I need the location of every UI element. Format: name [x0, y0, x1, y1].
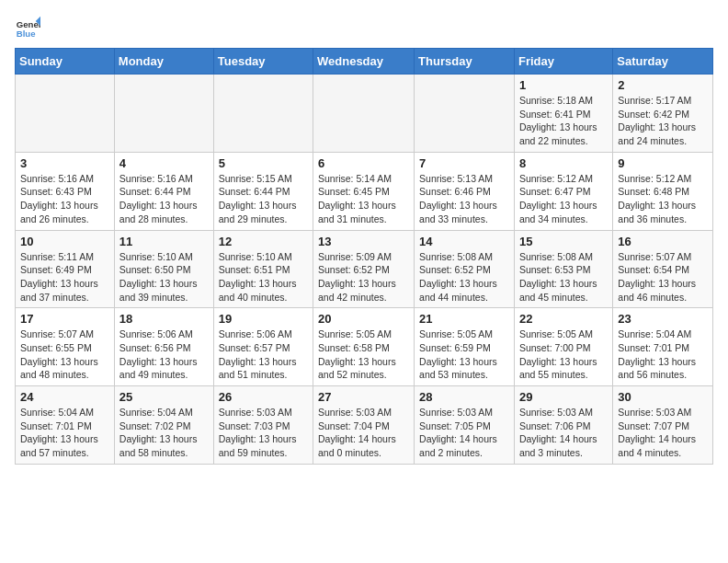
page-header: General Blue	[15, 15, 713, 40]
day-number: 12	[219, 235, 308, 248]
calendar-cell	[213, 75, 313, 153]
calendar-cell: 10Sunrise: 5:11 AM Sunset: 6:49 PM Dayli…	[16, 230, 115, 308]
calendar-cell: 14Sunrise: 5:08 AM Sunset: 6:52 PM Dayli…	[415, 230, 515, 308]
day-info: Sunrise: 5:03 AM Sunset: 7:07 PM Dayligh…	[618, 406, 708, 460]
calendar-cell: 25Sunrise: 5:04 AM Sunset: 7:02 PM Dayli…	[114, 386, 213, 465]
day-info: Sunrise: 5:18 AM Sunset: 6:41 PM Dayligh…	[519, 94, 608, 148]
calendar-cell: 18Sunrise: 5:06 AM Sunset: 6:56 PM Dayli…	[114, 308, 213, 386]
calendar-cell: 5Sunrise: 5:15 AM Sunset: 6:44 PM Daylig…	[213, 152, 313, 230]
calendar-header-row: SundayMondayTuesdayWednesdayThursdayFrid…	[16, 49, 713, 75]
day-number: 30	[618, 390, 708, 404]
calendar-cell: 15Sunrise: 5:08 AM Sunset: 6:53 PM Dayli…	[514, 230, 612, 308]
day-number: 19	[219, 312, 308, 326]
calendar-cell: 3Sunrise: 5:16 AM Sunset: 6:43 PM Daylig…	[16, 152, 115, 230]
day-number: 13	[318, 235, 409, 248]
day-number: 11	[119, 235, 209, 248]
day-info: Sunrise: 5:16 AM Sunset: 6:44 PM Dayligh…	[119, 172, 209, 226]
day-info: Sunrise: 5:12 AM Sunset: 6:47 PM Dayligh…	[519, 172, 608, 226]
calendar-cell: 29Sunrise: 5:03 AM Sunset: 7:06 PM Dayli…	[514, 386, 612, 465]
day-number: 27	[318, 390, 409, 404]
day-info: Sunrise: 5:14 AM Sunset: 6:45 PM Dayligh…	[318, 172, 409, 226]
day-info: Sunrise: 5:11 AM Sunset: 6:49 PM Dayligh…	[20, 250, 109, 304]
day-number: 17	[20, 312, 109, 326]
logo-icon: General Blue	[15, 15, 40, 40]
day-number: 5	[219, 156, 308, 170]
header-monday: Monday	[114, 49, 213, 75]
day-number: 16	[618, 235, 708, 248]
header-tuesday: Tuesday	[213, 49, 313, 75]
calendar-cell: 8Sunrise: 5:12 AM Sunset: 6:47 PM Daylig…	[514, 152, 612, 230]
calendar-cell: 1Sunrise: 5:18 AM Sunset: 6:41 PM Daylig…	[514, 75, 612, 153]
day-number: 18	[119, 312, 209, 326]
calendar-cell: 16Sunrise: 5:07 AM Sunset: 6:54 PM Dayli…	[613, 230, 713, 308]
header-sunday: Sunday	[16, 49, 115, 75]
day-number: 26	[219, 390, 308, 404]
calendar-cell: 12Sunrise: 5:10 AM Sunset: 6:51 PM Dayli…	[213, 230, 313, 308]
calendar-cell	[415, 75, 515, 153]
day-number: 14	[419, 235, 509, 248]
calendar-week-row: 17Sunrise: 5:07 AM Sunset: 6:55 PM Dayli…	[16, 308, 713, 386]
header-friday: Friday	[514, 49, 612, 75]
calendar-cell: 13Sunrise: 5:09 AM Sunset: 6:52 PM Dayli…	[313, 230, 415, 308]
day-number: 2	[618, 78, 708, 92]
calendar-cell: 22Sunrise: 5:05 AM Sunset: 7:00 PM Dayli…	[514, 308, 612, 386]
day-number: 21	[419, 312, 509, 326]
day-info: Sunrise: 5:03 AM Sunset: 7:06 PM Dayligh…	[519, 406, 608, 460]
calendar-week-row: 24Sunrise: 5:04 AM Sunset: 7:01 PM Dayli…	[16, 386, 713, 465]
day-info: Sunrise: 5:08 AM Sunset: 6:53 PM Dayligh…	[519, 250, 608, 304]
day-info: Sunrise: 5:06 AM Sunset: 6:57 PM Dayligh…	[219, 327, 308, 382]
day-number: 6	[318, 156, 409, 170]
calendar-table: SundayMondayTuesdayWednesdayThursdayFrid…	[15, 48, 713, 465]
day-info: Sunrise: 5:06 AM Sunset: 6:56 PM Dayligh…	[119, 327, 209, 382]
header-thursday: Thursday	[415, 49, 515, 75]
day-number: 28	[419, 390, 509, 404]
calendar-cell: 19Sunrise: 5:06 AM Sunset: 6:57 PM Dayli…	[213, 308, 313, 386]
day-number: 7	[419, 156, 509, 170]
day-number: 24	[20, 390, 109, 404]
calendar-cell: 24Sunrise: 5:04 AM Sunset: 7:01 PM Dayli…	[16, 386, 115, 465]
day-number: 15	[519, 235, 608, 248]
day-info: Sunrise: 5:05 AM Sunset: 6:59 PM Dayligh…	[419, 327, 509, 382]
calendar-cell: 26Sunrise: 5:03 AM Sunset: 7:03 PM Dayli…	[213, 386, 313, 465]
day-info: Sunrise: 5:12 AM Sunset: 6:48 PM Dayligh…	[618, 172, 708, 226]
calendar-week-row: 3Sunrise: 5:16 AM Sunset: 6:43 PM Daylig…	[16, 152, 713, 230]
header-wednesday: Wednesday	[313, 49, 415, 75]
calendar-cell: 4Sunrise: 5:16 AM Sunset: 6:44 PM Daylig…	[114, 152, 213, 230]
day-info: Sunrise: 5:13 AM Sunset: 6:46 PM Dayligh…	[419, 172, 509, 226]
day-info: Sunrise: 5:04 AM Sunset: 7:01 PM Dayligh…	[618, 327, 708, 382]
day-info: Sunrise: 5:08 AM Sunset: 6:52 PM Dayligh…	[419, 250, 509, 304]
calendar-cell: 9Sunrise: 5:12 AM Sunset: 6:48 PM Daylig…	[613, 152, 713, 230]
calendar-cell: 28Sunrise: 5:03 AM Sunset: 7:05 PM Dayli…	[415, 386, 515, 465]
day-number: 8	[519, 156, 608, 170]
day-info: Sunrise: 5:04 AM Sunset: 7:02 PM Dayligh…	[119, 406, 209, 460]
day-number: 1	[519, 78, 608, 92]
day-info: Sunrise: 5:05 AM Sunset: 7:00 PM Dayligh…	[519, 327, 608, 382]
day-number: 23	[618, 312, 708, 326]
day-info: Sunrise: 5:03 AM Sunset: 7:03 PM Dayligh…	[219, 406, 308, 460]
calendar-cell	[313, 75, 415, 153]
calendar-cell: 23Sunrise: 5:04 AM Sunset: 7:01 PM Dayli…	[613, 308, 713, 386]
day-info: Sunrise: 5:15 AM Sunset: 6:44 PM Dayligh…	[219, 172, 308, 226]
day-number: 22	[519, 312, 608, 326]
day-number: 25	[119, 390, 209, 404]
day-number: 9	[618, 156, 708, 170]
day-number: 10	[20, 235, 109, 248]
calendar-cell: 30Sunrise: 5:03 AM Sunset: 7:07 PM Dayli…	[613, 386, 713, 465]
day-info: Sunrise: 5:05 AM Sunset: 6:58 PM Dayligh…	[318, 327, 409, 382]
calendar-week-row: 10Sunrise: 5:11 AM Sunset: 6:49 PM Dayli…	[16, 230, 713, 308]
day-info: Sunrise: 5:10 AM Sunset: 6:51 PM Dayligh…	[219, 250, 308, 304]
day-info: Sunrise: 5:07 AM Sunset: 6:55 PM Dayligh…	[20, 327, 109, 382]
calendar-cell: 2Sunrise: 5:17 AM Sunset: 6:42 PM Daylig…	[613, 75, 713, 153]
day-info: Sunrise: 5:09 AM Sunset: 6:52 PM Dayligh…	[318, 250, 409, 304]
calendar-cell: 27Sunrise: 5:03 AM Sunset: 7:04 PM Dayli…	[313, 386, 415, 465]
day-info: Sunrise: 5:10 AM Sunset: 6:50 PM Dayligh…	[119, 250, 209, 304]
day-number: 20	[318, 312, 409, 326]
calendar-cell: 11Sunrise: 5:10 AM Sunset: 6:50 PM Dayli…	[114, 230, 213, 308]
day-info: Sunrise: 5:07 AM Sunset: 6:54 PM Dayligh…	[618, 250, 708, 304]
calendar-week-row: 1Sunrise: 5:18 AM Sunset: 6:41 PM Daylig…	[16, 75, 713, 153]
day-info: Sunrise: 5:03 AM Sunset: 7:04 PM Dayligh…	[318, 406, 409, 460]
day-info: Sunrise: 5:16 AM Sunset: 6:43 PM Dayligh…	[20, 172, 109, 226]
calendar-cell: 17Sunrise: 5:07 AM Sunset: 6:55 PM Dayli…	[16, 308, 115, 386]
calendar-cell	[114, 75, 213, 153]
day-number: 3	[20, 156, 109, 170]
